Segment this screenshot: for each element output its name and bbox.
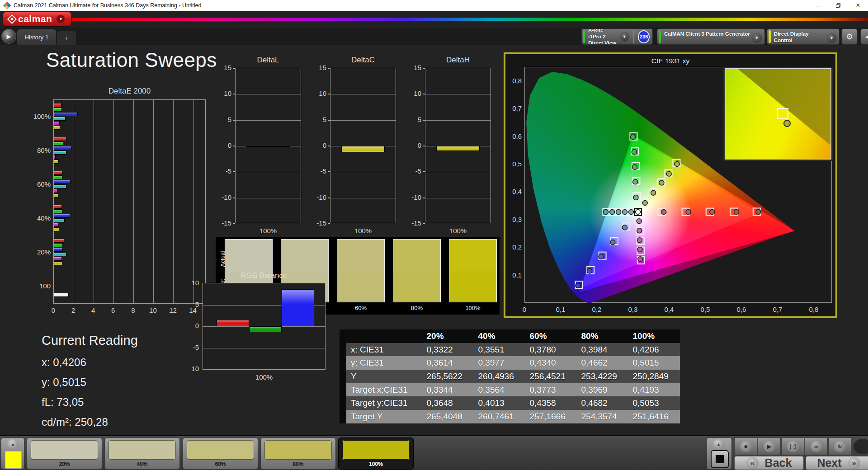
- table-cell: 0,4662: [577, 356, 628, 370]
- meter-status-indicator: [583, 30, 585, 43]
- x-tick-label: 0,5: [698, 306, 712, 313]
- table-cell: 0,5015: [628, 356, 680, 370]
- expand-up-button[interactable]: ▲: [713, 439, 724, 449]
- deltae-bar: [54, 261, 62, 265]
- calman-menu-button[interactable]: calman ▼: [3, 12, 71, 26]
- table-header: [343, 329, 422, 343]
- loop-button[interactable]: ∞: [805, 437, 828, 455]
- frame-button[interactable]: [··]: [781, 437, 804, 455]
- expand-up-button[interactable]: ▲: [7, 439, 19, 449]
- restore-button[interactable]: [828, 0, 848, 11]
- pattern-chip: [342, 440, 410, 460]
- pattern-swatch: [449, 239, 497, 302]
- deltae-bar: [54, 141, 63, 146]
- add-tab-button[interactable]: +: [57, 31, 76, 45]
- y-tick-label: 80%: [24, 146, 51, 154]
- row-label: y: CIE31: [343, 356, 422, 370]
- minimize-button[interactable]: —: [808, 0, 828, 11]
- measured-dot: [632, 164, 637, 169]
- x-tick-label: 10: [147, 306, 158, 314]
- table-cell: 0,3984: [577, 343, 628, 357]
- table-row: Y265,5622260,4936256,4521253,4229250,284…: [343, 370, 680, 383]
- table-header: 40%: [474, 329, 525, 343]
- pattern-level-label: 80%: [261, 461, 335, 467]
- table-cell: 0,5053: [628, 396, 680, 410]
- stop-button[interactable]: ■: [734, 437, 757, 455]
- current-reading-title: Current Reading: [42, 333, 138, 348]
- next-label: Next: [817, 456, 841, 470]
- tick: [233, 223, 235, 224]
- measured-dot: [610, 240, 615, 245]
- table-cell: 0,3551: [474, 343, 525, 357]
- tab-history-1[interactable]: History 1: [17, 29, 56, 45]
- pattern-level-label: 20%: [27, 461, 102, 467]
- measured-dot: [633, 195, 638, 200]
- chevron-left-icon: «: [746, 457, 759, 469]
- table-row: Target Y265,4048260,7461257,1666254,3574…: [343, 410, 680, 423]
- y-tick-label: -5: [308, 167, 326, 175]
- y-tick-label: -15: [403, 219, 421, 227]
- current-pattern-preview: [5, 451, 22, 469]
- pattern-level-button-60%[interactable]: 60%: [183, 437, 258, 470]
- deltae-bar: [54, 126, 60, 130]
- pattern-swatch-label: 100%: [449, 305, 497, 311]
- deltae-bar: [54, 218, 65, 222]
- gridline: [203, 348, 325, 348]
- deltae2000-chart: [53, 99, 206, 304]
- pattern-level-button-20%[interactable]: 20%: [27, 437, 102, 470]
- measured-dot: [616, 210, 621, 215]
- tick: [328, 94, 330, 94]
- measured-dot: [637, 238, 642, 243]
- settings-button[interactable]: ⚙: [841, 28, 858, 45]
- y-tick-label: 5: [213, 116, 231, 123]
- pattern-level-button-100%[interactable]: 100%: [338, 437, 414, 470]
- measured-dot: [576, 283, 580, 288]
- next-button[interactable]: Next »: [806, 456, 868, 470]
- collapse-panel-button[interactable]: ◀: [860, 28, 868, 45]
- play-button[interactable]: ▶: [758, 437, 781, 455]
- meter-count-badge[interactable]: 236: [638, 30, 650, 43]
- table-cell: 251,6416: [628, 410, 680, 423]
- deltae-bar: [54, 184, 66, 188]
- y-tick-label: -5: [213, 167, 231, 175]
- deltae-bar: [54, 103, 61, 107]
- workflow-nav-toggle-button[interactable]: ▶: [1, 29, 16, 44]
- gridline: [236, 198, 301, 198]
- close-button[interactable]: ×: [848, 0, 868, 11]
- tick: [328, 120, 330, 121]
- measured-dot: [686, 209, 691, 214]
- measured-dot: [599, 254, 604, 259]
- row-label: Target x:CIE31: [343, 383, 422, 397]
- pattern-level-button-80%[interactable]: 80%: [260, 437, 336, 470]
- y-tick-label: 0,2: [507, 243, 522, 251]
- table-cell: 0,3322: [422, 343, 474, 357]
- x-tick-label: 0,7: [770, 306, 785, 313]
- measured-dot: [637, 219, 642, 224]
- row-label: x: CIE31: [343, 343, 422, 357]
- calman-logo-text: calman: [18, 14, 52, 24]
- measured-dot: [666, 171, 671, 176]
- y-tick-label: 0,7: [507, 104, 522, 112]
- x-tick-label: 0,3: [626, 306, 640, 313]
- display-control-dropdown[interactable]: Direct Display Control ▼: [767, 28, 840, 45]
- back-button[interactable]: « Back: [734, 456, 804, 470]
- y-tick-label: 10: [181, 279, 199, 287]
- deltae-bar: [54, 209, 62, 213]
- pattern-window-button[interactable]: [711, 450, 729, 468]
- chevron-down-icon: ▼: [57, 15, 65, 23]
- cie-chart-title: CIE 1931 xy: [505, 57, 835, 65]
- y-tick-label: -10: [308, 193, 326, 201]
- gridline: [330, 198, 396, 198]
- x-tick-label: 0: [517, 306, 532, 313]
- back-label: Back: [765, 456, 792, 470]
- pattern-chip: [31, 440, 98, 460]
- measured-dot: [710, 209, 715, 214]
- green-bar: [249, 326, 282, 332]
- meter-dropdown[interactable]: X-Rite i1Pro 2Direct View ▼ 236: [581, 28, 653, 45]
- table-cell: 0,4013: [474, 396, 525, 410]
- refresh-button[interactable]: ↻: [828, 437, 851, 455]
- pattern-level-button-40%[interactable]: 40%: [104, 437, 180, 470]
- table-cell: 0,4358: [525, 396, 577, 410]
- source-dropdown[interactable]: CalMAN Client 3 Pattern Generator ▼: [657, 28, 765, 45]
- tick: [328, 197, 330, 198]
